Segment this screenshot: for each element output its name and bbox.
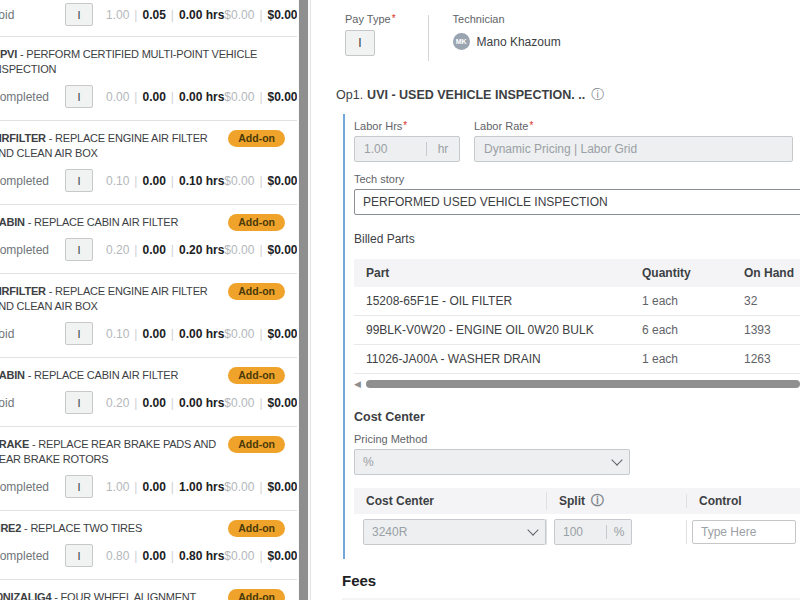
pay-type-box[interactable]: I xyxy=(65,169,93,192)
op-status: Void xyxy=(0,8,65,22)
vertical-divider xyxy=(428,15,429,61)
pay-type-box[interactable]: I xyxy=(65,3,93,26)
op1-detail-section: Labor Hrs* 1.00 hr Labor Rate* Dynamic P… xyxy=(343,114,800,559)
chevron-down-icon xyxy=(611,454,622,465)
control-input[interactable] xyxy=(692,520,796,544)
addon-badge: Add-on xyxy=(228,130,285,147)
fees-heading: Fees xyxy=(342,572,800,589)
labor-hrs-field: Labor Hrs* 1.00 hr xyxy=(354,120,460,162)
labor-rate-input: Dynamic Pricing | Labor Grid xyxy=(474,136,793,162)
scroll-left-arrow-icon[interactable]: ◀ xyxy=(354,379,366,389)
op-status: Completed xyxy=(0,243,65,257)
addon-badge: Add-on xyxy=(228,520,285,537)
addon-badge: Add-on xyxy=(228,436,285,453)
op-status: Completed xyxy=(0,174,65,188)
operation-detail-panel: Corrections Pay Type* I Technician MK Ma… xyxy=(330,0,800,600)
pay-type-label: Pay Type* xyxy=(345,13,396,25)
op-status: Completed xyxy=(0,549,65,563)
cost-center-header-row: Cost Center Splitⓘ Control xyxy=(354,488,800,514)
op-row-partial[interactable]: Void I 1.00 | 0.05 | 0.00 hrs $0.00 | $0… xyxy=(0,0,297,37)
cost-center-select: 3240R xyxy=(363,519,546,545)
op-status: Void xyxy=(0,327,65,341)
labor-rate-field: Labor Rate* Dynamic Pricing | Labor Grid xyxy=(474,120,793,162)
pay-type-box[interactable]: I xyxy=(65,85,93,108)
technician-name: Mano Khazoum xyxy=(477,35,561,49)
op-row[interactable]: Add-on AIRFILTER - REPLACE ENGINE AIR FI… xyxy=(0,274,297,358)
pricing-method-field: Pricing Method % xyxy=(354,433,800,475)
billed-part-row[interactable]: 11026-JA00A - WASHER DRAIN 1 each 1263 xyxy=(354,345,800,374)
addon-badge: Add-on xyxy=(228,214,285,231)
addon-badge: Add-on xyxy=(228,283,285,300)
split-input: 100 % xyxy=(554,519,632,545)
pay-type-box[interactable]: I xyxy=(65,544,93,567)
hours-actual: 0.00 hrs xyxy=(179,8,224,22)
billed-part-row[interactable]: 15208-65F1E - OIL FILTER 1 each 32 xyxy=(354,287,800,316)
horizontal-scrollbar-thumb[interactable] xyxy=(366,380,800,388)
addon-badge: Add-on xyxy=(228,367,285,384)
billed-part-row[interactable]: 99BLK-V0W20 - ENGINE OIL 0W20 BULK 6 eac… xyxy=(354,316,800,345)
billed-parts-header-row: Part Quantity On Hand xyxy=(354,259,800,287)
op-row[interactable]: Add-on CABIN - REPLACE CABIN AIR FILTER … xyxy=(0,358,297,427)
info-icon[interactable]: ⓘ xyxy=(591,492,604,510)
pay-type-box[interactable]: I xyxy=(65,391,93,414)
billed-parts-label: Billed Parts xyxy=(354,232,800,246)
amount-total: $0.00 xyxy=(268,8,298,22)
horizontal-scrollbar[interactable]: ◀ xyxy=(354,379,800,389)
cost-center-table: Cost Center Splitⓘ Control 3240R 100 % xyxy=(354,488,800,551)
amount-sub: $0.00 xyxy=(224,8,254,22)
hours-sold: 1.00 xyxy=(106,8,129,22)
technician-field: Technician MK Mano Khazoum xyxy=(453,13,561,61)
chevron-down-icon xyxy=(527,524,538,535)
vertical-scrollbar-track[interactable] xyxy=(298,0,311,600)
pay-type-value-box[interactable]: I xyxy=(345,30,375,56)
addon-badge: Add-on xyxy=(228,589,285,600)
operations-list-panel: Void I 1.00 | 0.05 | 0.00 hrs $0.00 | $0… xyxy=(0,0,297,600)
op-row[interactable]: Add-on TIRE2 - REPLACE TWO TIRES Complet… xyxy=(0,511,297,580)
labor-hrs-input: 1.00 hr xyxy=(354,136,460,162)
op-title: MPVI - PERFORM CERTIFIED MULTI-POINT VEH… xyxy=(0,47,283,77)
op-status: Completed xyxy=(0,90,65,104)
op-row[interactable]: Add-on AIRFILTER - REPLACE ENGINE AIR FI… xyxy=(0,121,297,205)
cost-center-row: 3240R 100 % xyxy=(354,514,800,551)
vertical-scrollbar-thumb[interactable] xyxy=(299,0,308,600)
technician-label: Technician xyxy=(453,13,561,25)
info-icon[interactable]: ⓘ xyxy=(591,86,604,104)
tech-story-input[interactable]: PERFORMED USED VEHICLE INSPECTION xyxy=(354,189,800,215)
pay-type-field: Pay Type* I xyxy=(345,13,396,61)
op-row[interactable]: Add-on CABIN - REPLACE CABIN AIR FILTER … xyxy=(0,205,297,274)
op-row[interactable]: Add-on BRAKE - REPLACE REAR BRAKE PADS A… xyxy=(0,427,297,511)
tech-story-field: Tech story PERFORMED USED VEHICLE INSPEC… xyxy=(354,173,800,215)
cost-center-heading: Cost Center xyxy=(354,410,800,424)
required-asterisk: * xyxy=(403,120,407,131)
pay-type-box[interactable]: I xyxy=(65,475,93,498)
pay-type-box[interactable]: I xyxy=(65,322,93,345)
op-row[interactable]: MPVI - PERFORM CERTIFIED MULTI-POINT VEH… xyxy=(0,37,297,121)
billed-parts-table: Part Quantity On Hand 15208-65F1E - OIL … xyxy=(354,259,800,389)
required-asterisk: * xyxy=(392,13,396,24)
op-row[interactable]: Add-on 00NIZALIG4 - FOUR WHEEL ALIGNMENT… xyxy=(0,580,297,600)
technician-avatar: MK xyxy=(453,33,470,50)
op1-heading: Op1. UVI - USED VEHICLE INSPECTION. .. ⓘ xyxy=(336,86,800,104)
op-status: Completed xyxy=(0,480,65,494)
pay-type-box[interactable]: I xyxy=(65,238,93,261)
hours-other: 0.05 xyxy=(142,8,165,22)
required-asterisk: * xyxy=(529,120,533,131)
pricing-method-select: % xyxy=(354,449,630,475)
op-status: Void xyxy=(0,396,65,410)
section-heading-clipped: Corrections xyxy=(336,0,800,5)
